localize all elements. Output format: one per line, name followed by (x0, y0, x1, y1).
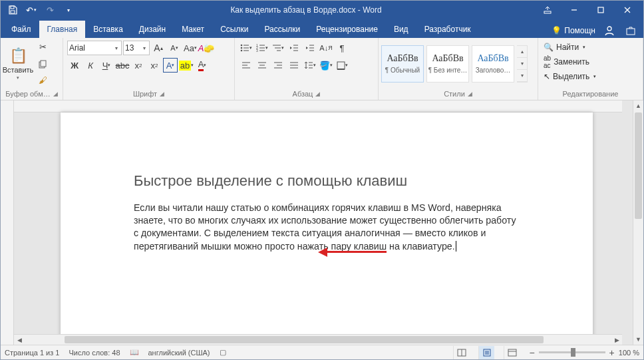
ribbon-options-icon[interactable] (534, 1, 561, 19)
text-effects-button[interactable]: A▾ (163, 58, 178, 73)
strike-button[interactable]: abc (115, 58, 130, 73)
font-color-button[interactable]: A▾ (195, 58, 210, 73)
numbering-button[interactable]: 123▾ (255, 41, 269, 55)
maximize-button[interactable] (587, 1, 614, 19)
borders-button[interactable]: ▾ (335, 58, 349, 73)
document-page[interactable]: Быстрое выделение с помощью клавиш Если … (61, 112, 593, 345)
scroll-right-icon[interactable]: ▶ (611, 335, 622, 345)
dialog-launcher-icon[interactable]: ◢ (315, 90, 320, 97)
svg-point-7 (607, 27, 611, 31)
vscroll-thumb[interactable] (635, 112, 642, 219)
tab-file[interactable]: Файл (3, 21, 39, 38)
align-right-button[interactable] (271, 58, 285, 73)
share-icon[interactable] (623, 23, 638, 38)
increase-indent-button[interactable] (303, 41, 317, 55)
brush-icon: 🖌 (39, 75, 47, 85)
font-name-combo[interactable]: Arial▾ (67, 41, 122, 55)
tab-insert[interactable]: Вставка (85, 21, 131, 38)
zoom-in-button[interactable]: + (609, 347, 615, 358)
align-center-button[interactable] (255, 58, 269, 73)
zoom-slider-thumb[interactable] (571, 348, 575, 357)
account-icon[interactable] (602, 23, 617, 38)
redo-icon[interactable]: ↷ (43, 3, 57, 17)
dialog-launcher-icon[interactable]: ◢ (160, 90, 164, 97)
grow-font-button[interactable]: A▴ (151, 41, 166, 55)
status-word-count[interactable]: Число слов: 48 (69, 349, 120, 357)
macro-icon[interactable]: ▢ (220, 348, 226, 357)
tab-developer[interactable]: Разработчик (416, 21, 479, 38)
qat-customize-icon[interactable]: ▾ (62, 3, 75, 17)
bulb-icon: 💡 (552, 26, 562, 35)
vertical-scrollbar[interactable]: ▲ ▼ (633, 100, 643, 345)
cut-button[interactable]: ✂ (35, 40, 50, 55)
minimize-button[interactable] (561, 1, 587, 19)
group-paragraph-label: Абзац (293, 90, 313, 98)
superscript-button[interactable]: x2 (147, 58, 162, 73)
decrease-indent-button[interactable] (287, 41, 301, 55)
scroll-down-icon[interactable]: ▼ (633, 334, 643, 345)
group-font: Arial▾ 13▾ A▴ A▾ Aa▾ A🧽 Ж К Ч▾ abc x2 x2… (63, 38, 235, 100)
scroll-left-icon[interactable]: ◀ (14, 335, 25, 345)
bold-button[interactable]: Ж (67, 58, 82, 73)
close-button[interactable] (614, 1, 641, 19)
select-button[interactable]: ↖Выделить▾ (544, 70, 596, 83)
sort-button[interactable]: A↓Я (319, 41, 333, 55)
undo-icon[interactable]: ↶▾ (25, 3, 38, 17)
style-normal[interactable]: АаБбВв ¶ Обычный (381, 45, 424, 83)
italic-button[interactable]: К (83, 58, 98, 73)
print-layout-button[interactable] (478, 346, 494, 359)
font-size-combo[interactable]: 13▾ (123, 41, 150, 55)
save-icon[interactable] (6, 3, 19, 17)
zoom-out-button[interactable]: − (529, 347, 534, 358)
tab-mailings[interactable]: Рассылки (256, 21, 308, 38)
highlight-button[interactable]: ab▾ (179, 58, 194, 73)
line-spacing-button[interactable]: ▾ (303, 58, 317, 73)
horizontal-ruler[interactable] (14, 100, 622, 112)
copy-button[interactable] (35, 57, 50, 71)
paste-label: Вставить (3, 66, 34, 74)
hscroll-thumb[interactable] (65, 336, 544, 343)
underline-button[interactable]: Ч▾ (99, 58, 114, 73)
styles-gallery-more[interactable]: ▴▾▾ (517, 45, 528, 83)
tab-design[interactable]: Дизайн (131, 21, 174, 38)
change-case-button[interactable]: Aa▾ (183, 41, 198, 55)
zoom-slider[interactable] (539, 351, 605, 353)
format-painter-button[interactable]: 🖌 (35, 73, 50, 88)
dialog-launcher-icon[interactable]: ◢ (53, 90, 58, 97)
svg-rect-8 (627, 29, 635, 35)
proofing-icon[interactable]: 📖 (130, 348, 139, 357)
style-no-spacing[interactable]: АаБбВв ¶ Без инте… (426, 45, 469, 83)
shrink-font-button[interactable]: A▾ (167, 41, 182, 55)
justify-button[interactable] (287, 58, 301, 73)
subscript-button[interactable]: x2 (131, 58, 146, 73)
group-editing: 🔍Найти▾ abacЗаменить ↖Выделить▾ Редактир… (538, 38, 643, 100)
tab-home[interactable]: Главная (39, 21, 86, 38)
tab-review[interactable]: Рецензирование (308, 21, 386, 38)
horizontal-scrollbar[interactable]: ◀ ▶ (14, 334, 622, 345)
document-area: Быстрое выделение с помощью клавиш Если … (1, 100, 643, 345)
dialog-launcher-icon[interactable]: ◢ (468, 90, 472, 97)
web-layout-button[interactable] (504, 346, 520, 359)
title-bar: ↶▾ ↷ ▾ Как выделить абзац в Ворде.docx -… (1, 1, 643, 19)
tab-layout[interactable]: Макет (174, 21, 212, 38)
scroll-up-icon[interactable]: ▲ (633, 100, 643, 111)
paste-button[interactable]: 📋 Вставить ▾ (3, 42, 33, 86)
replace-button[interactable]: abacЗаменить (544, 55, 589, 69)
tell-me[interactable]: 💡 Помощн (552, 26, 595, 35)
status-language[interactable]: английский (США) (148, 349, 210, 357)
multilevel-button[interactable]: ▾ (271, 41, 285, 55)
align-left-button[interactable] (239, 58, 253, 73)
show-marks-button[interactable]: ¶ (335, 41, 349, 55)
find-button[interactable]: 🔍Найти▾ (544, 41, 585, 54)
tab-view[interactable]: Вид (386, 21, 416, 38)
bullets-button[interactable]: ▾ (239, 41, 253, 55)
clear-format-button[interactable]: A🧽 (199, 41, 214, 55)
zoom-level[interactable]: 100 % (619, 349, 639, 357)
tab-references[interactable]: Ссылки (212, 21, 256, 38)
group-styles-label: Стили (444, 90, 465, 98)
status-page[interactable]: Страница 1 из 1 (5, 349, 59, 357)
read-mode-button[interactable] (453, 346, 469, 359)
style-heading1[interactable]: АаБбВв Заголово… (472, 45, 514, 83)
vertical-ruler[interactable] (1, 100, 14, 345)
shading-button[interactable]: 🪣▾ (319, 58, 333, 73)
